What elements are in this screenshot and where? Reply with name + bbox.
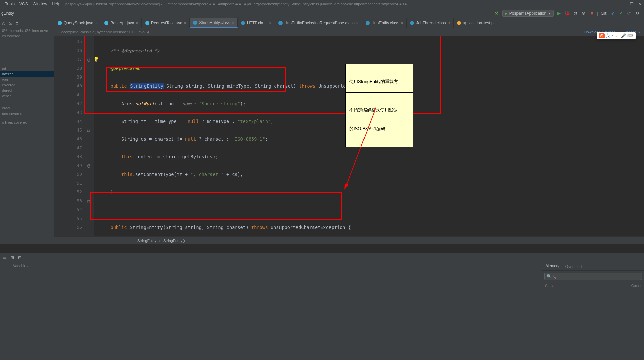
memory-search-input[interactable]: 🔍 Q	[544, 273, 642, 280]
emoji-icon[interactable]: ☺	[615, 33, 619, 38]
col-count[interactable]: Count	[631, 284, 641, 288]
class-file-icon	[410, 21, 414, 25]
git-label: Git:	[601, 11, 607, 16]
ime-brand-icon: S	[599, 33, 605, 38]
breadcrumb-item[interactable]: StringEntity()	[162, 239, 186, 243]
coverage-row[interactable]: es covered	[0, 33, 54, 39]
coverage-icon[interactable]: ◔	[573, 11, 578, 16]
close-tab-icon[interactable]: ×	[184, 21, 186, 25]
coverage-row[interactable]: o lines covered	[0, 120, 54, 125]
profiler-icon[interactable]: ⊙	[581, 11, 586, 16]
line-number-gutter[interactable]: 3536373839404142434445464748495051525354…	[54, 36, 85, 236]
tab-httpentityenclosing[interactable]: HttpEntityEnclosingRequestBase.class×	[275, 18, 362, 28]
editor-tabs: QueryStock.java× BaseApi.java× RequestTo…	[54, 18, 644, 28]
code-editor[interactable]: /** @deprecated */ @Deprecated public St…	[94, 36, 644, 236]
java-file-icon	[104, 21, 108, 25]
coverage-panel: ◎ ⇲ ⚙ — 0% methods, 0% lines cove es cov…	[0, 18, 54, 244]
title-path: pospal-ys-xxljob [D:\ideaProject\pospal-…	[65, 2, 622, 6]
breadcrumb: StringEntity › StringEntity()	[54, 236, 644, 244]
gutter-icons: @ 💡 @ @ @	[85, 36, 94, 236]
tab-baseapi[interactable]: BaseApi.java×	[101, 18, 141, 28]
close-tab-icon[interactable]: ×	[401, 21, 403, 25]
layout-icon[interactable]: ⊞	[11, 255, 14, 260]
hide-icon[interactable]: —	[22, 22, 26, 26]
override-icon[interactable]: @	[87, 161, 91, 170]
override-icon[interactable]: @	[87, 126, 91, 135]
close-tab-icon[interactable]: ×	[136, 21, 138, 25]
build-icon[interactable]: ⚒	[494, 11, 499, 16]
git-history-icon[interactable]: ⟳	[626, 11, 632, 16]
class-file-icon	[278, 21, 283, 25]
flatten-icon[interactable]: ⇲	[9, 21, 12, 26]
git-update-icon[interactable]: ↙	[610, 11, 615, 16]
coverage-row[interactable]: dered	[0, 88, 54, 93]
debug-icon[interactable]: 🐞	[564, 11, 570, 16]
close-tab-icon[interactable]: ×	[447, 21, 450, 25]
close-tab-icon[interactable]: ×	[95, 21, 97, 25]
close-tab-icon[interactable]: ×	[269, 21, 271, 25]
git-revert-icon[interactable]: ↺	[634, 11, 640, 16]
run-icon[interactable]: ▶	[556, 11, 562, 16]
tab-httpentity[interactable]: HttpEntity.class×	[362, 18, 407, 28]
properties-file-icon	[457, 21, 461, 25]
nav-crumb: gEntity	[0, 11, 54, 16]
tab-memory[interactable]: Memory	[546, 264, 559, 269]
tab-overhead[interactable]: Overhead	[565, 264, 582, 269]
tab-jobthread[interactable]: JobThread.class×	[407, 18, 453, 28]
coverage-row[interactable]: ed	[0, 66, 54, 71]
coverage-row[interactable]: vered	[0, 93, 54, 99]
add-watch-icon[interactable]: ＋	[2, 264, 8, 272]
stop-icon[interactable]: ■	[589, 11, 594, 16]
target-icon[interactable]: ◎	[2, 21, 5, 26]
col-class[interactable]: Class	[545, 284, 631, 288]
menu-tools[interactable]: Tools	[3, 2, 17, 6]
menu-window[interactable]: Window	[30, 2, 50, 6]
class-file-icon	[193, 21, 197, 25]
mic-icon[interactable]: 🎤	[621, 33, 626, 38]
class-file-icon	[241, 21, 245, 25]
search-icon: 🔍	[547, 274, 552, 279]
menu-help[interactable]: Help	[49, 2, 63, 6]
decompile-banner: Decompiled .class file, bytecode version…	[54, 28, 644, 36]
override-icon[interactable]: @	[87, 55, 91, 64]
threads-icon[interactable]: ▭	[3, 255, 6, 260]
menu-vcs[interactable]: VCS	[17, 2, 30, 6]
close-icon[interactable]: ✕	[638, 2, 641, 6]
breadcrumb-item[interactable]: StringEntity	[136, 239, 158, 243]
maximize-icon[interactable]: ❐	[630, 2, 634, 6]
tab-http[interactable]: HTTP.class×	[238, 18, 275, 28]
java-file-icon	[145, 21, 149, 25]
java-file-icon	[58, 21, 62, 25]
main-toolbar: gEntity ⚒ ▸ PospalYsApplication ▾ ▶ 🐞 ◔ …	[0, 8, 644, 18]
tab-apptest[interactable]: application-test.p	[454, 18, 497, 28]
override-icon[interactable]: @	[87, 196, 91, 205]
chevron-right-icon: ›	[159, 239, 160, 243]
coverage-row[interactable]: nes covered	[0, 111, 54, 116]
tab-requesttool[interactable]: RequestTool.java×	[142, 18, 190, 28]
tab-stringentity[interactable]: StringEntity.class×	[190, 18, 238, 28]
close-tab-icon[interactable]: ×	[356, 21, 358, 25]
remove-icon[interactable]: —	[3, 274, 7, 279]
run-config-dropdown[interactable]: ▸ PospalYsApplication ▾	[502, 10, 554, 17]
gear-icon[interactable]: ⚙	[15, 21, 19, 26]
chevron-down-icon: ▾	[548, 11, 550, 16]
ime-widget[interactable]: S 英 • ☺ 🎤 ⌨	[597, 32, 636, 39]
keyboard-icon[interactable]: ⌨	[627, 33, 634, 38]
restore-icon[interactable]: ⊟	[18, 255, 21, 260]
main-menubar: Tools VCS Window Help pospal-ys-xxljob […	[0, 0, 644, 8]
class-file-icon	[366, 21, 370, 25]
coverage-row[interactable]: overed	[0, 71, 54, 77]
close-tab-icon[interactable]: ×	[232, 21, 234, 25]
coverage-row[interactable]: ered	[0, 105, 54, 111]
debug-panel: ▭ ⊞ ⊟ ＋ — Variables Memory Overhead 🔍 Q …	[0, 253, 644, 360]
tab-querystock[interactable]: QueryStock.java×	[54, 18, 101, 28]
variables-label: Variables	[10, 262, 542, 269]
annotation-note: 不指定编码格式使用默认 的ISO-8859-1编码	[345, 92, 413, 147]
coverage-summary: 0% methods, 0% lines cove	[0, 28, 54, 33]
coverage-row[interactable]: vered	[0, 77, 54, 82]
git-commit-icon[interactable]: ✔	[618, 11, 624, 16]
coverage-row[interactable]: covered	[0, 82, 54, 88]
minimize-icon[interactable]: —	[622, 2, 626, 6]
